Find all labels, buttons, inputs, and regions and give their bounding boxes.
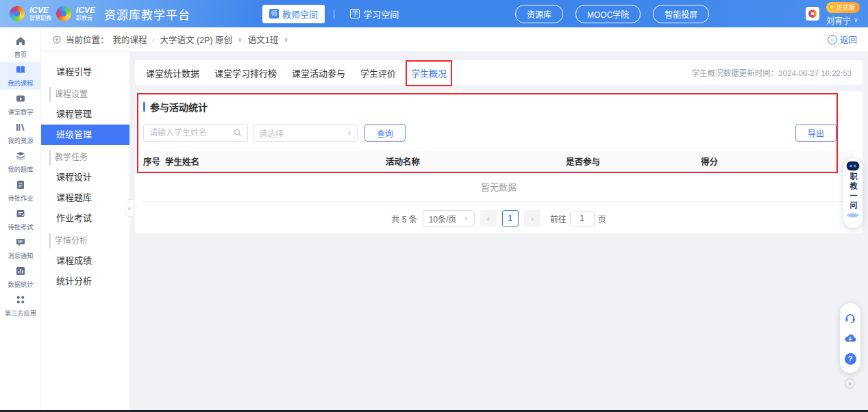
- ai-assistant-robot-icon: [845, 160, 860, 172]
- submenu-item-statistical-analysis[interactable]: 统计分析: [41, 271, 129, 292]
- sidebar-item-statistics[interactable]: 数据统计: [0, 263, 40, 291]
- sidebar-item-my-question-bank[interactable]: 我的题库: [0, 149, 40, 176]
- sidebar-item-my-resources[interactable]: 我的资源: [0, 120, 40, 147]
- submenu-item-course-management[interactable]: 课程管理: [41, 104, 129, 125]
- pagination: 共 5 条 10条/页 ∨ ‹ 1 › 前往 页: [143, 202, 854, 235]
- submenu-item-course-design[interactable]: 课程设计: [41, 167, 129, 188]
- icve-primary-logo: iCVE 智慧职教: [29, 6, 51, 21]
- version-badge: 正式版: [826, 2, 860, 13]
- app-qr-icon[interactable]: [806, 7, 819, 21]
- update-time: 学生概况数据更新时间：2024-06-27 16:22:53: [692, 67, 852, 78]
- tab-learning-space[interactable]: 学 学习空间: [343, 5, 406, 23]
- column-activity-name: 活动名称: [386, 155, 566, 168]
- submenu-item-course-grades[interactable]: 课程成绩: [41, 250, 129, 271]
- sidebar-item-my-courses[interactable]: 我的课程: [0, 62, 40, 90]
- ai-assistant-tab[interactable]: 职教一问: [843, 158, 863, 228]
- chevron-down-icon: ∨: [854, 16, 858, 23]
- breadcrumb-class-dropdown[interactable]: 语文1班: [248, 33, 278, 46]
- chevron-down-icon: ∨: [284, 36, 288, 43]
- sidebar-item-third-party-apps[interactable]: 第三方应用: [0, 292, 40, 320]
- column-serial-number: 序号: [143, 155, 165, 168]
- next-page-button[interactable]: ›: [524, 210, 541, 227]
- sidebar-item-home[interactable]: 首页: [0, 34, 40, 61]
- sidebar-item-pending-homework[interactable]: 待批作业: [0, 177, 40, 205]
- chevron-down-icon: ∨: [464, 215, 469, 222]
- activity-select[interactable]: 请选择 ∨: [253, 124, 358, 142]
- customer-service-button[interactable]: [844, 311, 856, 324]
- learning-space-icon: 学: [350, 9, 360, 18]
- page-1-button[interactable]: 1: [502, 210, 519, 227]
- search-icon: [234, 129, 242, 137]
- page-size-select[interactable]: 10条/页 ∨: [423, 210, 475, 227]
- smart-screen-cast-button[interactable]: 智能投屏: [653, 5, 709, 23]
- download-center-button[interactable]: [844, 332, 856, 344]
- third-party-apps-icon: [15, 294, 26, 305]
- sidebar-item-notifications[interactable]: 消息通知: [0, 235, 40, 262]
- submenu-item-course-question-bank[interactable]: 课程题库: [41, 188, 129, 208]
- back-arrow-icon: ←: [828, 35, 837, 44]
- tab-teacher-space[interactable]: 师 教师空间: [262, 5, 325, 23]
- pending-homework-icon: [15, 179, 26, 190]
- header-nav-buttons: 资源库 MOOC学院 智能投屏: [515, 0, 709, 27]
- app-window: iCVE 智慧职教 iCVE 职教云 资源库教学平台 师 教师空间 | 学 学习…: [0, 0, 868, 412]
- help-button[interactable]: ?: [844, 352, 856, 365]
- filter-row: 请选择 ∨ 查询 导出: [143, 124, 854, 142]
- tab-bar: 课堂统计数据 课堂学习排行榜 课堂活动参与 学生评价 学生概况 学生概况数据更新…: [135, 60, 863, 85]
- breadcrumb-my-courses[interactable]: 我的课程: [113, 33, 147, 46]
- user-area: 正式版 刘宵宁 ∨: [806, 0, 860, 27]
- goto-page-input[interactable]: [570, 211, 595, 227]
- main-content: 课堂统计数据 课堂学习排行榜 课堂活动参与 学生评价 学生概况 学生概况数据更新…: [130, 52, 868, 412]
- tab-student-evaluation[interactable]: 学生评价: [360, 66, 396, 79]
- platform-title: 资源库教学平台: [104, 5, 190, 23]
- ai-assistant-label: 职教一问: [847, 172, 858, 211]
- sidebar-item-pending-exams[interactable]: 待批考试: [0, 206, 40, 233]
- tab-class-learning-ranking[interactable]: 课堂学习排行榜: [214, 66, 277, 79]
- tab-class-statistics[interactable]: 课堂统计数据: [146, 66, 199, 79]
- query-button[interactable]: 查询: [364, 124, 406, 142]
- close-icon: ×: [848, 381, 852, 387]
- resource-library-button[interactable]: 资源库: [515, 5, 563, 23]
- sidebar-collapse-handle[interactable]: «: [125, 199, 134, 217]
- export-button[interactable]: 导出: [795, 124, 836, 142]
- submenu-group-learning-analysis: 学情分析: [49, 233, 129, 248]
- close-floating-toolbar-button[interactable]: ×: [845, 378, 855, 389]
- table-header-row: 序号 学生姓名 活动名称 是否参与 得分: [143, 151, 854, 172]
- breadcrumb-course-dropdown[interactable]: 大学语文 (2P) 原创: [160, 33, 233, 46]
- submenu-item-course-guide[interactable]: 课程引导: [41, 62, 129, 82]
- breadcrumb-prefix: 当前位置：: [66, 33, 109, 46]
- pending-exam-icon: [15, 208, 26, 219]
- column-student-name: 学生姓名: [165, 155, 386, 168]
- statistics-icon: [15, 266, 26, 276]
- courses-icon: [15, 64, 26, 75]
- submenu-group-teaching-tasks: 教学任务: [49, 150, 129, 165]
- space-divider: |: [333, 9, 335, 18]
- home-icon: [15, 36, 26, 47]
- participation-panel: 参与活动统计 请选择 ∨ 查询 导出 序号 学生姓名 活动名称 是否参与: [135, 91, 863, 233]
- course-submenu: 课程引导 课程设置 课程管理 班级管理 教学任务 课程设计 课程题库 作业考试 …: [41, 52, 130, 412]
- user-info: 正式版 刘宵宁 ∨: [826, 2, 860, 26]
- submenu-item-homework-exams[interactable]: 作业考试: [41, 208, 129, 229]
- brand-logos: iCVE 智慧职教 iCVE 职教云 资源库教学平台: [0, 5, 190, 23]
- column-score: 得分: [701, 155, 854, 168]
- cloud-download-icon: [844, 332, 856, 344]
- medal-icon: [829, 4, 834, 10]
- tab-class-activity-participation[interactable]: 课堂活动参与: [292, 66, 345, 79]
- submenu-group-course-settings: 课程设置: [49, 87, 129, 102]
- previous-page-button[interactable]: ‹: [480, 210, 497, 227]
- user-menu[interactable]: 刘宵宁 ∨: [826, 14, 858, 26]
- submenu-item-class-management[interactable]: 班级管理: [41, 125, 129, 145]
- top-header: iCVE 智慧职教 iCVE 职教云 资源库教学平台 师 教师空间 | 学 学习…: [0, 0, 868, 27]
- sidebar-item-classroom-teaching[interactable]: 课堂教学: [0, 91, 40, 118]
- classroom-video-icon: [15, 93, 26, 104]
- icve-swirl-logo-icon: [10, 6, 25, 21]
- mooc-academy-button[interactable]: MOOC学院: [575, 5, 641, 23]
- student-name-search[interactable]: [143, 124, 248, 142]
- question-bank-icon: [15, 151, 26, 162]
- space-switcher: 师 教师空间 | 学 学习空间: [262, 0, 406, 27]
- back-button[interactable]: ← 返回: [828, 33, 857, 46]
- pagination-total: 共 5 条: [391, 213, 417, 224]
- title-accent-bar: [143, 102, 145, 112]
- primary-sidebar: 首页 我的课程 课堂教学 我的资源 我的题库 待批作业 待批考试 消息通知: [0, 27, 41, 412]
- tab-student-overview[interactable]: 学生概况: [411, 66, 447, 79]
- search-input[interactable]: [149, 128, 230, 138]
